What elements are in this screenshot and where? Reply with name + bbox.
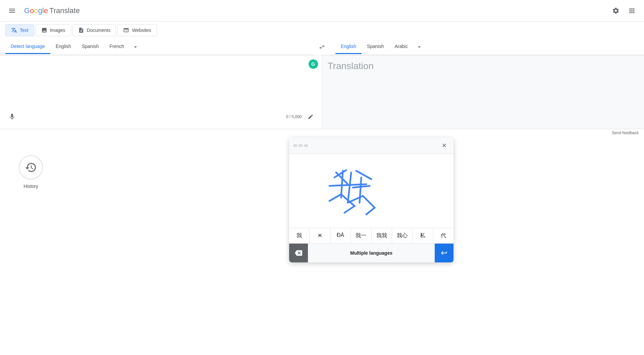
modal-dot-1: [293, 144, 297, 147]
handwriting-modal: ✕: [289, 138, 453, 208]
modal-overlay: ✕: [0, 0, 644, 208]
modal-dot-3: [304, 144, 308, 147]
handwriting-svg: [289, 154, 453, 208]
modal-dot-2: [299, 144, 303, 147]
modal-header: ✕: [289, 138, 453, 154]
drawing-canvas[interactable]: [289, 154, 453, 208]
close-modal-button[interactable]: ✕: [439, 140, 449, 151]
modal-dots: [293, 144, 308, 147]
close-icon: ✕: [442, 142, 447, 149]
